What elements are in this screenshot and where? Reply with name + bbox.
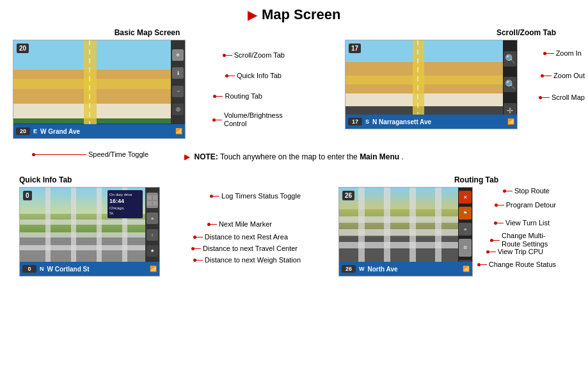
change-multi-route-label: Change Multi-Route Settings	[502, 232, 566, 248]
quick-info-section: Quick Info Tab On duty	[13, 175, 288, 278]
next-weigh-callout: Distance to next Weigh Station	[193, 256, 301, 264]
note-period: .	[401, 152, 403, 161]
basic-map-signal-icon: 📶	[175, 128, 182, 134]
view-turn-list-line	[497, 223, 504, 223]
basic-map-title: Basic Map Screen	[13, 28, 282, 37]
log-timers-time: 16:44	[109, 197, 141, 205]
change-route-status-line	[481, 264, 487, 265]
scroll-zoom-container: 17 🔍 🔍 ✛ 17 S N Narragansett Ave 📶	[345, 40, 518, 129]
zoom-in-callout: Zoom In	[543, 49, 582, 57]
stop-route-btn[interactable]: ✕	[459, 191, 472, 204]
scroll-zoom-speed-box: 17	[348, 118, 362, 125]
scroll-zoom-direction: S	[364, 118, 370, 125]
zoom-in-line	[546, 53, 554, 54]
svg-rect-11	[97, 188, 102, 263]
routing-tab-container: 26 ✕ ⚑ ≡ ⚙	[338, 187, 473, 277]
routing-speed-box: 26	[342, 265, 356, 273]
view-turn-list-btn[interactable]: ≡	[459, 223, 472, 236]
volume-brightness-btn[interactable]: ◎	[172, 104, 184, 115]
note-main-menu: Main Menu	[360, 152, 399, 161]
basic-map-image[interactable]: 20 ⊕ ℹ → ◎ 20 E W Grand Ave 📶	[13, 40, 186, 139]
routing-tab-label: Routing Tab	[225, 92, 262, 100]
routing-tab-btn[interactable]: →	[172, 86, 184, 97]
basic-map-container: 20 ⊕ ℹ → ◎ 20 E W Grand Ave 📶	[13, 40, 186, 139]
routing-signal: 📶	[463, 266, 470, 272]
speed-time-label: Speed/Time Toggle	[88, 150, 148, 158]
next-rest-callout: Distance to next Rest Area	[193, 233, 288, 241]
quick-info-tab-btn[interactable]: ℹ	[172, 67, 184, 79]
routing-map-image[interactable]: 26 ✕ ⚑ ≡ ⚙	[338, 187, 473, 277]
log-timers-text3: St.	[109, 211, 141, 216]
zoom-out-btn[interactable]: 🔍	[504, 77, 516, 92]
log-timers-callout: Log Timers Status Toggle	[210, 192, 301, 200]
svg-rect-1	[13, 79, 172, 89]
svg-rect-6	[20, 220, 147, 225]
zoom-out-label: Zoom Out	[553, 72, 585, 79]
view-turn-list-callout: View Turn List	[494, 219, 550, 227]
log-timers-label: Log Timers Status Toggle	[221, 192, 301, 200]
quick-info-section-title: Quick Info Tab	[13, 175, 288, 184]
speed-time-line	[35, 154, 86, 155]
quick-info-speed: 0	[23, 191, 32, 200]
svg-rect-8	[20, 245, 147, 250]
volume-label: Volume/BrightnessControl	[224, 111, 285, 128]
quick-info-tab-label: Quick Info Tab	[237, 72, 282, 79]
change-multi-route-btn[interactable]: ⚙	[459, 239, 472, 257]
routing-tab-callout: Routing Tab	[213, 92, 262, 100]
basic-map-status-bar: 20 E W Grand Ave 📶	[13, 124, 185, 138]
quick-info-map-image[interactable]: On duty drive 16:44 Chicago, St. 0 ≡	[19, 187, 160, 277]
log-timers-overlay: On duty drive 16:44 Chicago, St.	[107, 190, 143, 218]
quick-tab-2[interactable]: ≡	[147, 213, 158, 224]
zoom-in-btn[interactable]: 🔍	[504, 51, 516, 67]
program-detour-line	[498, 205, 504, 205]
program-detour-label: Program Detour	[506, 201, 556, 209]
speed-time-toggle-bar[interactable]	[13, 138, 185, 139]
svg-rect-9	[45, 188, 51, 263]
svg-rect-17	[384, 188, 390, 263]
scroll-map-callout: Scroll Map	[539, 93, 585, 101]
scroll-zoom-callout: Scroll/Zoom Tab	[223, 51, 285, 59]
scroll-zoom-map-image[interactable]: 17 🔍 🔍 ✛ 17 S N Narragansett Ave 📶	[345, 40, 518, 129]
scroll-zoom-section-title: Scroll/Zoom Tab	[332, 28, 575, 37]
note-arrow-icon: ▶	[184, 152, 190, 161]
bottom-row: Quick Info Tab On duty	[13, 175, 575, 278]
top-row: Basic Map Screen 20 ⊕	[13, 28, 575, 141]
basic-map-sidebar: ⊕ ℹ → ◎	[171, 40, 185, 124]
quick-info-status-bar: 0 N W Cortland St 📶	[20, 262, 159, 276]
program-detour-btn[interactable]: ⚑	[459, 207, 472, 220]
zoom-out-callout: Zoom Out	[541, 72, 585, 79]
quick-info-direction: N	[38, 266, 45, 272]
stop-route-callout: Stop Route	[503, 187, 550, 195]
view-trip-cpu-label: View Trip CPU	[498, 248, 543, 255]
next-mile-line	[211, 224, 217, 225]
svg-rect-7	[20, 232, 147, 237]
quick-tab-1[interactable]	[147, 193, 158, 208]
change-multi-route-line	[493, 240, 500, 241]
scroll-zoom-status-bar: 17 S N Narragansett Ave 📶	[346, 115, 517, 129]
view-turn-list-label: View Turn List	[505, 219, 550, 227]
quick-info-callout: Quick Info Tab	[225, 72, 282, 79]
note-text: Touch anywhere on the map to enter the	[220, 152, 360, 161]
scroll-map-line	[542, 97, 550, 98]
quick-info-signal: 📶	[150, 266, 157, 272]
quick-tab-3[interactable]: ↕	[147, 229, 158, 241]
routing-status-bar: 26 W North Ave 📶	[339, 262, 472, 276]
quick-tab-4[interactable]: ★	[147, 245, 158, 257]
next-travel-line	[195, 248, 201, 249]
quick-info-sidebar: ≡ ↕ ★	[145, 188, 159, 262]
change-multi-route-callout: Change Multi-Route Settings	[490, 232, 566, 248]
next-travel-callout: Distance to next Travel Center	[191, 245, 298, 252]
view-trip-cpu-callout: View Trip CPU	[486, 248, 543, 255]
quick-info-line	[228, 76, 235, 76]
routing-direction: W	[358, 266, 366, 272]
volume-line	[216, 120, 222, 120]
basic-map-speed: 20	[17, 44, 29, 53]
basic-map-direction: E	[32, 128, 38, 134]
scroll-zoom-tab-btn[interactable]: ⊕	[172, 49, 184, 61]
change-route-status-callout: Change Route Status	[477, 261, 556, 268]
zoom-out-line	[544, 76, 552, 76]
svg-rect-19	[435, 188, 441, 263]
log-timers-text2: Chicago,	[109, 205, 141, 211]
next-weigh-line	[196, 260, 203, 261]
basic-map-speed-box: 20	[16, 127, 30, 135]
